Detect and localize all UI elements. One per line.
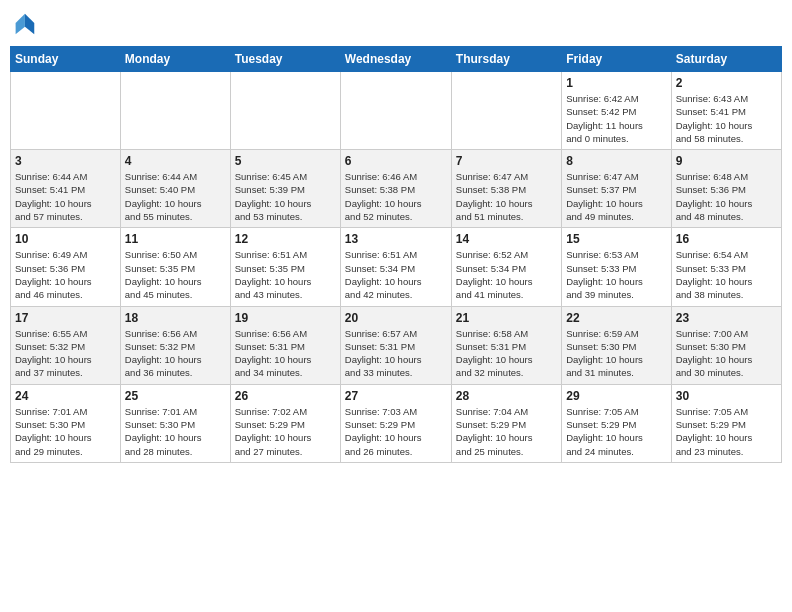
day-cell: 4Sunrise: 6:44 AM Sunset: 5:40 PM Daylig… <box>120 150 230 228</box>
day-number: 1 <box>566 76 666 90</box>
day-number: 2 <box>676 76 777 90</box>
day-info: Sunrise: 6:44 AM Sunset: 5:41 PM Dayligh… <box>15 170 116 223</box>
day-number: 20 <box>345 311 447 325</box>
day-info: Sunrise: 6:46 AM Sunset: 5:38 PM Dayligh… <box>345 170 447 223</box>
day-number: 16 <box>676 232 777 246</box>
day-info: Sunrise: 7:05 AM Sunset: 5:29 PM Dayligh… <box>676 405 777 458</box>
day-info: Sunrise: 7:05 AM Sunset: 5:29 PM Dayligh… <box>566 405 666 458</box>
day-cell <box>11 72 121 150</box>
day-info: Sunrise: 6:51 AM Sunset: 5:35 PM Dayligh… <box>235 248 336 301</box>
weekday-header-tuesday: Tuesday <box>230 47 340 72</box>
day-cell: 13Sunrise: 6:51 AM Sunset: 5:34 PM Dayli… <box>340 228 451 306</box>
day-cell: 5Sunrise: 6:45 AM Sunset: 5:39 PM Daylig… <box>230 150 340 228</box>
day-cell: 1Sunrise: 6:42 AM Sunset: 5:42 PM Daylig… <box>562 72 671 150</box>
day-info: Sunrise: 7:03 AM Sunset: 5:29 PM Dayligh… <box>345 405 447 458</box>
day-number: 5 <box>235 154 336 168</box>
day-number: 15 <box>566 232 666 246</box>
calendar: SundayMondayTuesdayWednesdayThursdayFrid… <box>10 46 782 463</box>
day-number: 3 <box>15 154 116 168</box>
page: SundayMondayTuesdayWednesdayThursdayFrid… <box>0 0 792 612</box>
day-cell <box>451 72 561 150</box>
day-info: Sunrise: 7:00 AM Sunset: 5:30 PM Dayligh… <box>676 327 777 380</box>
day-cell: 28Sunrise: 7:04 AM Sunset: 5:29 PM Dayli… <box>451 384 561 462</box>
day-cell: 21Sunrise: 6:58 AM Sunset: 5:31 PM Dayli… <box>451 306 561 384</box>
day-cell: 9Sunrise: 6:48 AM Sunset: 5:36 PM Daylig… <box>671 150 781 228</box>
day-info: Sunrise: 6:42 AM Sunset: 5:42 PM Dayligh… <box>566 92 666 145</box>
day-cell: 25Sunrise: 7:01 AM Sunset: 5:30 PM Dayli… <box>120 384 230 462</box>
day-info: Sunrise: 6:58 AM Sunset: 5:31 PM Dayligh… <box>456 327 557 380</box>
week-row-4: 24Sunrise: 7:01 AM Sunset: 5:30 PM Dayli… <box>11 384 782 462</box>
day-info: Sunrise: 6:49 AM Sunset: 5:36 PM Dayligh… <box>15 248 116 301</box>
day-cell: 8Sunrise: 6:47 AM Sunset: 5:37 PM Daylig… <box>562 150 671 228</box>
day-number: 24 <box>15 389 116 403</box>
day-cell: 30Sunrise: 7:05 AM Sunset: 5:29 PM Dayli… <box>671 384 781 462</box>
day-info: Sunrise: 6:53 AM Sunset: 5:33 PM Dayligh… <box>566 248 666 301</box>
day-cell: 23Sunrise: 7:00 AM Sunset: 5:30 PM Dayli… <box>671 306 781 384</box>
day-info: Sunrise: 6:47 AM Sunset: 5:38 PM Dayligh… <box>456 170 557 223</box>
day-cell: 7Sunrise: 6:47 AM Sunset: 5:38 PM Daylig… <box>451 150 561 228</box>
week-row-0: 1Sunrise: 6:42 AM Sunset: 5:42 PM Daylig… <box>11 72 782 150</box>
day-cell <box>340 72 451 150</box>
day-number: 19 <box>235 311 336 325</box>
day-number: 9 <box>676 154 777 168</box>
day-number: 11 <box>125 232 226 246</box>
day-number: 8 <box>566 154 666 168</box>
day-number: 29 <box>566 389 666 403</box>
calendar-body: 1Sunrise: 6:42 AM Sunset: 5:42 PM Daylig… <box>11 72 782 463</box>
day-number: 6 <box>345 154 447 168</box>
day-info: Sunrise: 6:44 AM Sunset: 5:40 PM Dayligh… <box>125 170 226 223</box>
day-number: 17 <box>15 311 116 325</box>
day-info: Sunrise: 6:51 AM Sunset: 5:34 PM Dayligh… <box>345 248 447 301</box>
day-number: 12 <box>235 232 336 246</box>
week-row-1: 3Sunrise: 6:44 AM Sunset: 5:41 PM Daylig… <box>11 150 782 228</box>
weekday-row: SundayMondayTuesdayWednesdayThursdayFrid… <box>11 47 782 72</box>
day-info: Sunrise: 6:48 AM Sunset: 5:36 PM Dayligh… <box>676 170 777 223</box>
day-cell: 10Sunrise: 6:49 AM Sunset: 5:36 PM Dayli… <box>11 228 121 306</box>
day-cell: 20Sunrise: 6:57 AM Sunset: 5:31 PM Dayli… <box>340 306 451 384</box>
day-info: Sunrise: 6:59 AM Sunset: 5:30 PM Dayligh… <box>566 327 666 380</box>
day-number: 13 <box>345 232 447 246</box>
day-cell: 3Sunrise: 6:44 AM Sunset: 5:41 PM Daylig… <box>11 150 121 228</box>
day-cell: 19Sunrise: 6:56 AM Sunset: 5:31 PM Dayli… <box>230 306 340 384</box>
day-number: 27 <box>345 389 447 403</box>
day-info: Sunrise: 6:56 AM Sunset: 5:32 PM Dayligh… <box>125 327 226 380</box>
day-cell: 16Sunrise: 6:54 AM Sunset: 5:33 PM Dayli… <box>671 228 781 306</box>
logo-icon <box>10 10 38 38</box>
day-number: 10 <box>15 232 116 246</box>
week-row-2: 10Sunrise: 6:49 AM Sunset: 5:36 PM Dayli… <box>11 228 782 306</box>
day-number: 28 <box>456 389 557 403</box>
day-info: Sunrise: 6:43 AM Sunset: 5:41 PM Dayligh… <box>676 92 777 145</box>
day-info: Sunrise: 6:47 AM Sunset: 5:37 PM Dayligh… <box>566 170 666 223</box>
day-cell: 18Sunrise: 6:56 AM Sunset: 5:32 PM Dayli… <box>120 306 230 384</box>
day-number: 14 <box>456 232 557 246</box>
day-cell <box>230 72 340 150</box>
day-info: Sunrise: 7:04 AM Sunset: 5:29 PM Dayligh… <box>456 405 557 458</box>
day-cell: 6Sunrise: 6:46 AM Sunset: 5:38 PM Daylig… <box>340 150 451 228</box>
day-number: 21 <box>456 311 557 325</box>
day-number: 22 <box>566 311 666 325</box>
day-number: 26 <box>235 389 336 403</box>
day-info: Sunrise: 6:56 AM Sunset: 5:31 PM Dayligh… <box>235 327 336 380</box>
weekday-header-monday: Monday <box>120 47 230 72</box>
day-cell: 11Sunrise: 6:50 AM Sunset: 5:35 PM Dayli… <box>120 228 230 306</box>
weekday-header-wednesday: Wednesday <box>340 47 451 72</box>
day-info: Sunrise: 7:01 AM Sunset: 5:30 PM Dayligh… <box>15 405 116 458</box>
day-cell: 15Sunrise: 6:53 AM Sunset: 5:33 PM Dayli… <box>562 228 671 306</box>
header <box>10 10 782 38</box>
day-cell: 17Sunrise: 6:55 AM Sunset: 5:32 PM Dayli… <box>11 306 121 384</box>
logo <box>10 10 42 38</box>
day-cell <box>120 72 230 150</box>
day-info: Sunrise: 6:45 AM Sunset: 5:39 PM Dayligh… <box>235 170 336 223</box>
weekday-header-friday: Friday <box>562 47 671 72</box>
day-info: Sunrise: 6:57 AM Sunset: 5:31 PM Dayligh… <box>345 327 447 380</box>
weekday-header-sunday: Sunday <box>11 47 121 72</box>
day-number: 30 <box>676 389 777 403</box>
day-cell: 2Sunrise: 6:43 AM Sunset: 5:41 PM Daylig… <box>671 72 781 150</box>
day-number: 25 <box>125 389 226 403</box>
day-cell: 14Sunrise: 6:52 AM Sunset: 5:34 PM Dayli… <box>451 228 561 306</box>
day-info: Sunrise: 7:01 AM Sunset: 5:30 PM Dayligh… <box>125 405 226 458</box>
week-row-3: 17Sunrise: 6:55 AM Sunset: 5:32 PM Dayli… <box>11 306 782 384</box>
weekday-header-saturday: Saturday <box>671 47 781 72</box>
day-info: Sunrise: 7:02 AM Sunset: 5:29 PM Dayligh… <box>235 405 336 458</box>
day-cell: 29Sunrise: 7:05 AM Sunset: 5:29 PM Dayli… <box>562 384 671 462</box>
